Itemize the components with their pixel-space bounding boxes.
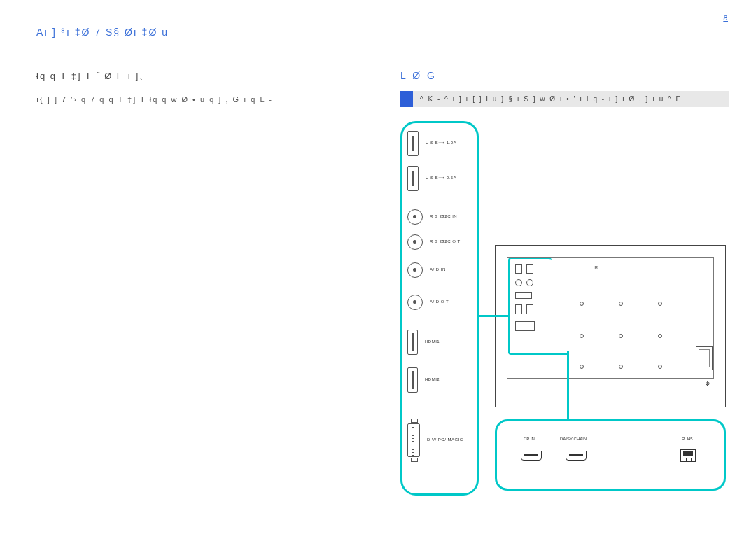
left-column: łq q T ‡] T ˝ Ø F ı ]、 ı{ ] ] 7 '› q 7 q… xyxy=(36,70,358,104)
note-callout: ^ K - ^ ı ] ı [ ] I u } § ı S ] w Ø ı • … xyxy=(400,91,729,107)
port-label: D V/ PC/ MAGIC xyxy=(427,437,463,442)
port-label: U S B⟿ 1.0A xyxy=(426,141,456,146)
port-usb-2: U S B⟿ 0.5A xyxy=(407,166,472,191)
port-audio-in: A/ D IN xyxy=(407,262,472,278)
dvi-icon xyxy=(407,423,420,457)
usb-icon xyxy=(407,131,419,156)
vesa-hole-icon xyxy=(580,302,584,306)
port-hdmi-1: HDMI1 xyxy=(407,330,472,355)
mini-port-icon xyxy=(515,292,532,299)
vesa-hole-icon xyxy=(619,365,623,369)
port-area-highlight xyxy=(508,339,568,355)
vesa-hole-icon xyxy=(580,365,584,369)
port-label: U S B⟿ 0.5A xyxy=(426,176,456,181)
port-label: R S 232C O T xyxy=(430,239,461,244)
hdmi-icon xyxy=(407,367,418,393)
left-body: ı{ ] ] 7 '› q 7 q q T ‡] T łq q w Øı• u … xyxy=(36,95,358,104)
left-title: łq q T ‡] T ˝ Ø F ı ]、 xyxy=(36,70,358,83)
page-number: a xyxy=(723,13,728,22)
port-dvi: D V/ PC/ MAGIC xyxy=(407,423,472,457)
port-usb-1: U S B⟿ 1.0A xyxy=(407,131,472,156)
mini-port-icon xyxy=(515,304,522,314)
vesa-hole-icon xyxy=(619,302,623,306)
vesa-hole-icon xyxy=(658,302,662,306)
power-label: ⏻ xyxy=(706,381,710,386)
jack-icon xyxy=(407,262,423,278)
vesa-hole-icon xyxy=(619,334,623,338)
rj45-icon xyxy=(680,449,696,462)
port-label: HDMI2 xyxy=(425,377,440,382)
mini-port-icon xyxy=(526,279,533,286)
displayport-icon xyxy=(521,451,542,461)
mini-port-icon xyxy=(515,321,535,331)
mini-port-icon xyxy=(515,279,522,286)
vesa-hole-icon xyxy=(658,334,662,338)
power-inlet-icon xyxy=(696,346,713,370)
port-label: DAISY CHAIN xyxy=(560,437,587,441)
displayport-icon xyxy=(566,451,587,461)
port-label: A/ D IN xyxy=(430,267,446,272)
port-rs232c-in: R S 232C IN xyxy=(407,209,472,225)
ports-diagram: U S B⟿ 1.0A U S B⟿ 0.5A R S 232C IN R S … xyxy=(400,115,729,507)
jack-icon xyxy=(407,209,423,225)
port-label: A/ D O T xyxy=(430,300,449,304)
callout-line xyxy=(479,315,508,317)
port-label: R S 232C IN xyxy=(430,214,457,219)
mini-port-icon xyxy=(526,304,533,314)
jack-icon xyxy=(407,234,423,250)
port-rs232c-out: R S 232C O T xyxy=(407,234,472,250)
usb-icon xyxy=(407,166,419,191)
right-title: L Ø G xyxy=(400,70,729,81)
port-label: DP IN xyxy=(524,437,535,441)
port-label: HDMI1 xyxy=(425,339,440,344)
port-hdmi-2: HDMI2 xyxy=(407,367,472,393)
mini-port-icon xyxy=(515,264,522,274)
vesa-hole-icon xyxy=(580,334,584,338)
hdmi-icon xyxy=(407,330,418,355)
port-audio-out: A/ D O T xyxy=(407,295,472,310)
bottom-port-box: DP IN DAISY CHAIN R J45 xyxy=(495,419,726,491)
chapter-header: Aı ] ⁸ı ‡Ø 7 S§ Øı ‡Ø u xyxy=(36,27,169,38)
ir-label: IR xyxy=(594,265,598,269)
callout-line xyxy=(567,351,569,421)
right-column: L Ø G ^ K - ^ ı ] ı [ ] I u } § ı S ] w … xyxy=(400,70,729,507)
port-label: R J45 xyxy=(682,437,693,441)
vesa-hole-icon xyxy=(658,365,662,369)
jack-icon xyxy=(407,295,423,310)
mini-port-icon xyxy=(526,264,533,274)
